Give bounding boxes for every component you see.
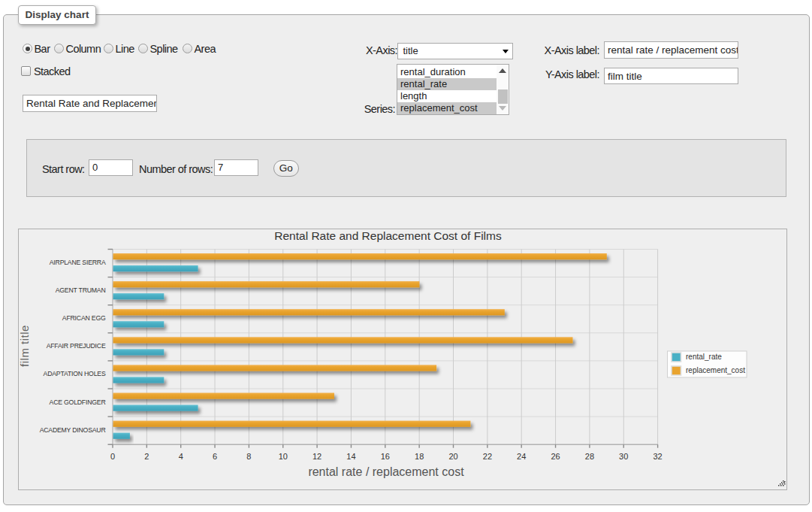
svg-text:16: 16 [381,452,390,461]
svg-text:4: 4 [179,452,183,461]
svg-text:AFRICAN EGG: AFRICAN EGG [62,314,106,322]
svg-text:replacement_cost: replacement_cost [686,366,745,374]
svg-text:ADAPTATION HOLES: ADAPTATION HOLES [44,370,106,377]
svg-text:24: 24 [517,452,526,461]
svg-text:AGENT TRUMAN: AGENT TRUMAN [56,286,106,294]
svg-text:AIRPLANE SIERRA: AIRPLANE SIERRA [50,259,106,266]
svg-text:14: 14 [346,452,355,461]
svg-text:18: 18 [415,452,424,461]
svg-text:ACADEMY DINOSAUR: ACADEMY DINOSAUR [40,426,106,434]
svg-text:2: 2 [144,452,149,461]
svg-text:28: 28 [585,452,594,461]
svg-text:rental_rate: rental_rate [686,353,722,361]
svg-text:20: 20 [448,452,457,461]
svg-text:Rental Rate and Replacement Co: Rental Rate and Replacement Cost of Film… [274,229,502,242]
svg-text:22: 22 [483,452,492,461]
svg-text:AFFAIR PREJUDICE: AFFAIR PREJUDICE [47,342,106,350]
svg-text:ACE GOLDFINGER: ACE GOLDFINGER [50,398,106,406]
svg-text:10: 10 [279,452,288,461]
svg-text:rental rate / replacement cost: rental rate / replacement cost [308,465,464,478]
svg-text:32: 32 [653,452,662,461]
svg-text:8: 8 [246,452,251,461]
svg-text:26: 26 [551,452,560,461]
svg-text:6: 6 [213,452,217,461]
svg-text:film title: film title [19,325,31,367]
svg-text:12: 12 [312,452,321,461]
svg-text:0: 0 [110,452,115,461]
svg-text:30: 30 [619,452,628,461]
